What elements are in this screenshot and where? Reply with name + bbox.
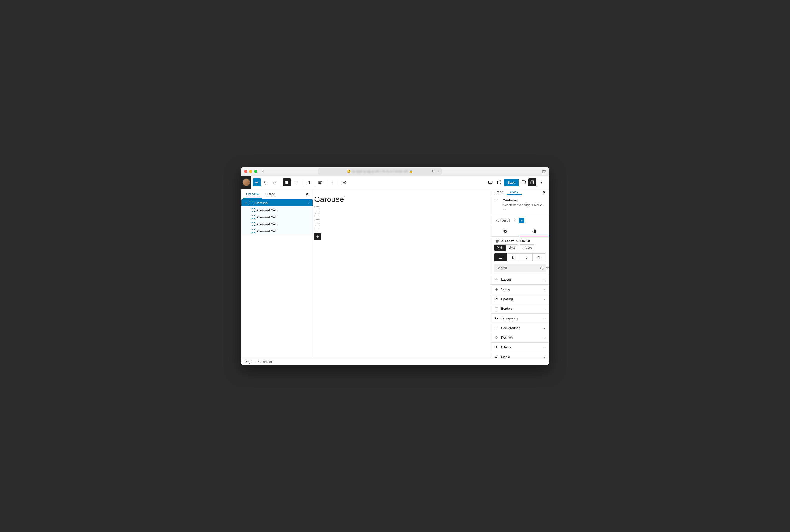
svg-rect-37	[495, 307, 498, 310]
section-backgrounds[interactable]: Backgrounds ⌄	[491, 323, 549, 333]
tree-row-options-button[interactable]: ⋮	[306, 201, 310, 205]
close-left-panel-button[interactable]	[303, 191, 311, 197]
carousel-cell-placeholder[interactable]	[314, 220, 319, 224]
container-block-button[interactable]	[283, 178, 291, 186]
pill-links[interactable]: Links	[506, 245, 518, 251]
svg-point-19	[541, 184, 542, 184]
carousel-cell-placeholder[interactable]	[314, 213, 319, 218]
close-inspector-button[interactable]	[540, 189, 547, 195]
device-mobile-button[interactable]	[520, 253, 533, 261]
filter-icon[interactable]	[545, 266, 549, 270]
save-button[interactable]: Save	[504, 179, 519, 186]
add-class-button[interactable]	[519, 218, 524, 223]
tree-row-cell[interactable]: Carousel Cell	[241, 228, 313, 234]
carousel-cell-placeholder[interactable]	[314, 226, 319, 231]
svg-rect-8	[318, 183, 321, 184]
tab-page[interactable]: Page	[492, 189, 507, 195]
editor-options-button[interactable]	[537, 178, 545, 186]
breadcrumb-current[interactable]: Container	[258, 360, 272, 363]
settings-sidebar-button[interactable]	[528, 178, 536, 186]
tree-row-carousel[interactable]: ▾ Carousel ⋮	[242, 200, 313, 206]
redo-button[interactable]	[271, 178, 278, 186]
section-position[interactable]: Position ⌄	[491, 333, 549, 342]
undo-button[interactable]	[262, 178, 270, 186]
tree-row-cell[interactable]: Carousel Cell	[241, 214, 313, 221]
section-typography[interactable]: Aa Typography ⌄	[491, 314, 549, 323]
window-controls	[244, 170, 257, 173]
device-segmented-control	[491, 253, 549, 264]
view-desktop-button[interactable]	[486, 178, 494, 186]
section-media[interactable]: Media ⌄	[491, 352, 549, 358]
section-spacing[interactable]: Spacing ⌄	[491, 294, 549, 304]
chevron-down-icon: ⌄	[543, 288, 545, 291]
device-tablet-button[interactable]	[507, 253, 520, 261]
maximize-window-button[interactable]	[254, 170, 257, 173]
element-selector-row: .gb-element-e9d3a158	[491, 237, 549, 244]
open-preview-button[interactable]	[495, 178, 503, 186]
svg-point-27	[539, 258, 540, 258]
share-icon[interactable]: ⇧	[437, 170, 439, 173]
pill-more[interactable]: ⌄ More	[520, 244, 534, 251]
carousel-cell-placeholder[interactable]	[314, 206, 319, 211]
browser-back-button[interactable]	[259, 170, 267, 173]
styles-search-row	[491, 264, 549, 275]
section-borders[interactable]: Borders ⌄	[491, 304, 549, 314]
browser-tabs-icon[interactable]	[542, 170, 546, 173]
tab-block[interactable]: Block	[507, 189, 522, 195]
canvas-add-block-button[interactable]	[314, 233, 321, 240]
styles-search-input[interactable]	[494, 264, 546, 272]
chevron-down-icon: ⌄	[543, 346, 545, 349]
container-icon	[251, 208, 255, 212]
favicon-icon	[347, 170, 351, 173]
class-options-button[interactable]: ⋮	[512, 218, 517, 223]
tree-row-cell[interactable]: Carousel Cell	[241, 207, 313, 214]
svg-rect-7	[318, 182, 320, 183]
svg-point-18	[541, 182, 542, 183]
svg-rect-5	[307, 182, 309, 183]
chevron-right-icon: ›	[254, 360, 255, 363]
tab-outline[interactable]: Outline	[262, 189, 278, 199]
tree-label: Carousel Cell	[257, 222, 276, 226]
editor-toolbar: Save	[241, 176, 549, 189]
wide-align-button[interactable]	[304, 178, 312, 186]
block-options-button[interactable]	[328, 178, 336, 186]
section-layout[interactable]: Layout ⌄	[491, 275, 549, 284]
section-effects[interactable]: Effects ⌄	[491, 342, 549, 352]
pill-main[interactable]: Main	[495, 245, 506, 251]
subtab-settings[interactable]	[491, 226, 520, 236]
site-logo-button[interactable]	[241, 176, 251, 189]
url-text: la.typk.ly.ag-p.nft / fh.ls.o-l.klner.of…	[352, 170, 408, 173]
add-block-button[interactable]	[253, 178, 261, 186]
device-desktop-button[interactable]	[494, 253, 507, 261]
tree-label: Carousel Cell	[257, 215, 276, 219]
tab-list-view[interactable]: List View	[243, 189, 262, 199]
typography-icon: Aa	[494, 316, 499, 321]
styles-panel-button[interactable]	[520, 178, 527, 186]
block-card: Container A container to add your blocks…	[491, 195, 549, 215]
layout-icon	[494, 278, 499, 282]
collapse-toolbar-button[interactable]	[341, 178, 348, 186]
chevron-down-icon: ⌄	[543, 278, 545, 281]
effects-icon	[494, 345, 499, 349]
left-panel-tabs: List View Outline	[241, 189, 313, 199]
close-window-button[interactable]	[244, 170, 247, 173]
class-selector-chip[interactable]: .carousel	[494, 219, 510, 222]
device-more-button[interactable]	[533, 253, 545, 261]
reload-icon[interactable]: ↻	[432, 170, 435, 173]
editor-body: List View Outline ▾ Carousel ⋮ Carousel …	[241, 189, 549, 358]
svg-rect-33	[497, 278, 498, 279]
select-parent-button[interactable]	[292, 178, 300, 186]
align-left-button[interactable]	[316, 178, 324, 186]
section-sizing[interactable]: Sizing ⌄	[491, 284, 549, 294]
container-icon	[494, 198, 500, 204]
editor-canvas[interactable]: Carousel	[313, 189, 490, 358]
page-title[interactable]: Carousel	[314, 195, 489, 204]
browser-url-bar[interactable]: la.typk.ly.ag-p.nft / fh.ls.o-l.klner.of…	[318, 168, 442, 175]
container-icon	[251, 229, 255, 233]
inspector-subtabs	[491, 226, 549, 237]
tree-row-cell[interactable]: Carousel Cell	[241, 221, 313, 228]
minimize-window-button[interactable]	[249, 170, 252, 173]
breadcrumb-root[interactable]: Page	[245, 360, 252, 363]
subtab-styles[interactable]	[520, 226, 549, 236]
container-icon	[251, 222, 255, 226]
